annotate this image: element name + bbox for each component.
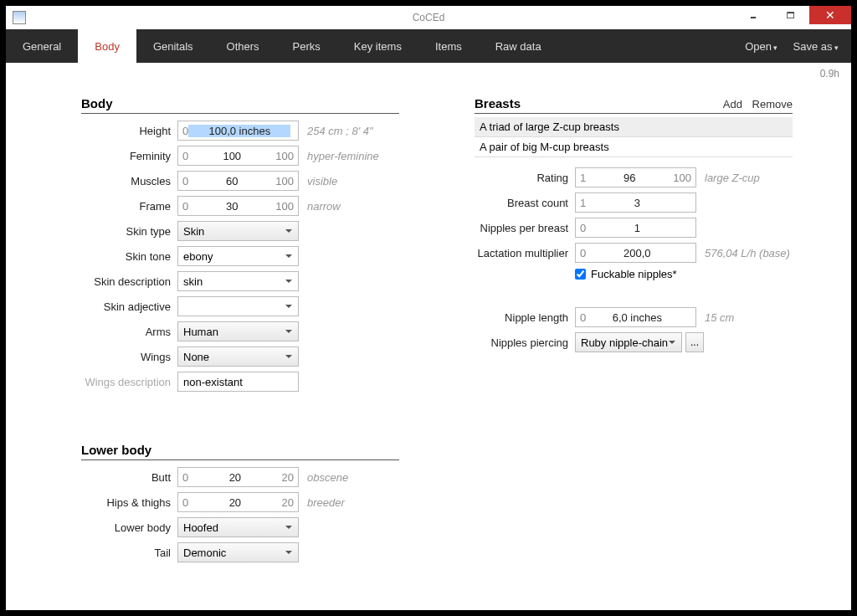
wings-desc-input[interactable]: non-existant	[177, 372, 299, 392]
npb-label: Nipples per breast	[475, 222, 575, 234]
lactation-input[interactable]: 0 200,0 .	[575, 243, 696, 263]
nipple-length-label: Nipple length	[475, 311, 575, 324]
lower-body-select[interactable]: Hoofed	[177, 517, 299, 537]
wings-select[interactable]: None	[177, 346, 299, 367]
wings-label: Wings	[81, 351, 177, 363]
nipple-length-hint: 15 cm	[705, 311, 734, 324]
nipples-piercing-label: Nipples piercing	[475, 336, 575, 349]
butt-hint: obscene	[307, 471, 348, 484]
rating-label: Rating	[475, 172, 575, 184]
save-as-menu[interactable]: Save as	[793, 40, 839, 53]
wings-desc-label: Wings description	[81, 376, 177, 388]
maximize-button[interactable]: 🗖	[772, 6, 809, 24]
muscles-label: Muscles	[81, 175, 177, 187]
breasts-section-title: Breasts	[475, 96, 521, 110]
nipples-piercing-more-button[interactable]: ...	[685, 332, 704, 352]
fuckable-nipples-checkbox[interactable]	[575, 269, 586, 280]
breast-row-1[interactable]: A pair of big M-cup breasts	[475, 137, 793, 157]
skin-type-label: Skin type	[81, 225, 177, 238]
lower-body-label: Lower body	[81, 521, 177, 534]
lactation-label: Lactation multiplier	[475, 247, 575, 259]
hips-input[interactable]: 0 20 20	[177, 492, 299, 512]
skin-type-select[interactable]: Skin	[177, 221, 299, 241]
lactation-hint: 576,04 L/h (base)	[705, 247, 790, 259]
titlebar: CoCEd 🗕 🗖 ✕	[6, 6, 851, 29]
muscles-input[interactable]: 0 60 100	[177, 171, 299, 191]
arms-label: Arms	[81, 326, 177, 338]
app-icon	[13, 11, 26, 24]
menubar: General Body Genitals Others Perks Key i…	[6, 29, 851, 63]
tab-items[interactable]: Items	[418, 29, 479, 63]
hips-label: Hips & thighs	[81, 496, 177, 509]
skin-desc-label: Skin description	[81, 275, 177, 288]
tab-others[interactable]: Others	[210, 29, 276, 63]
butt-label: Butt	[81, 471, 177, 484]
frame-input[interactable]: 0 30 100	[177, 196, 299, 216]
tab-perks[interactable]: Perks	[276, 29, 337, 63]
height-input[interactable]: 0 100,0 inches .	[177, 121, 299, 141]
rating-hint: large Z-cup	[705, 172, 760, 184]
muscles-hint: visible	[307, 175, 337, 187]
skin-tone-select[interactable]: ebony	[177, 246, 299, 266]
tab-general[interactable]: General	[6, 29, 78, 63]
tab-key-items[interactable]: Key items	[337, 29, 418, 63]
butt-input[interactable]: 0 20 20	[177, 467, 299, 487]
nipple-length-input[interactable]: 0 6,0 inches .	[575, 307, 696, 327]
feminity-hint: hyper-feminine	[307, 150, 379, 162]
npb-input[interactable]: 0 1 .	[575, 218, 696, 238]
add-breasts-button[interactable]: Add	[723, 98, 742, 110]
frame-hint: narrow	[307, 200, 341, 213]
skin-desc-select[interactable]: skin	[177, 271, 299, 291]
breast-count-label: Breast count	[475, 197, 575, 209]
body-section-title: Body	[81, 96, 399, 114]
breast-count-input[interactable]: 1 3 .	[575, 192, 696, 213]
frame-label: Frame	[81, 200, 177, 213]
remove-breasts-button[interactable]: Remove	[752, 98, 793, 110]
feminity-input[interactable]: 0 100 100	[177, 146, 299, 166]
fuckable-nipples-label: Fuckable nipples*	[591, 268, 677, 280]
lower-body-section-title: Lower body	[81, 443, 399, 460]
arms-select[interactable]: Human	[177, 321, 299, 341]
status-text: 0.9h	[6, 63, 851, 80]
skin-adj-label: Skin adjective	[81, 300, 177, 313]
tail-label: Tail	[81, 547, 177, 559]
tab-raw-data[interactable]: Raw data	[479, 29, 558, 63]
feminity-label: Feminity	[81, 150, 177, 162]
hips-hint: breeder	[307, 496, 345, 509]
height-label: Height	[81, 125, 177, 137]
close-button[interactable]: ✕	[809, 6, 851, 24]
nipples-piercing-select[interactable]: Ruby nipple-chain	[575, 332, 682, 352]
skin-tone-label: Skin tone	[81, 250, 177, 263]
tab-body[interactable]: Body	[78, 29, 136, 63]
minimize-button[interactable]: 🗕	[734, 6, 772, 24]
skin-adj-select[interactable]	[177, 296, 299, 316]
tail-select[interactable]: Demonic	[177, 542, 299, 562]
rating-input[interactable]: 1 96 100	[575, 167, 696, 187]
breast-row-0[interactable]: A triad of large Z-cup breasts	[475, 117, 793, 137]
open-menu[interactable]: Open	[745, 40, 777, 53]
height-hint: 254 cm ; 8' 4"	[307, 125, 373, 137]
window-title: CoCEd	[413, 12, 445, 23]
tab-genitals[interactable]: Genitals	[136, 29, 210, 63]
